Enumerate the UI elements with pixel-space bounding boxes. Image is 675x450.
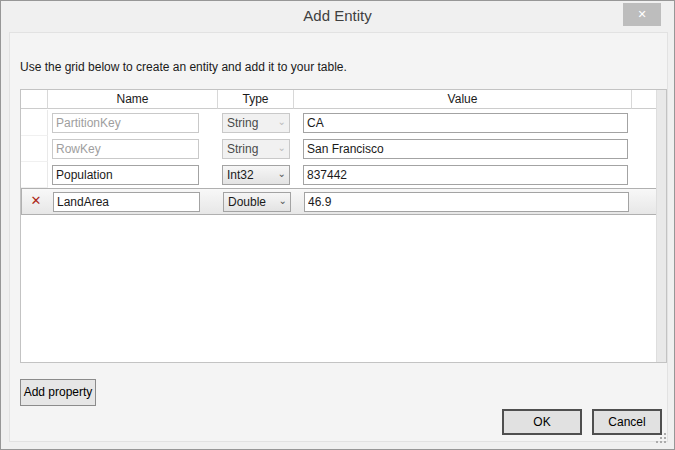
property-type-dropdown[interactable]: Double ⌄ [223, 192, 291, 212]
row-selector-cell[interactable] [21, 162, 48, 188]
property-name-input[interactable] [53, 192, 200, 212]
property-value-input[interactable] [303, 139, 628, 159]
property-type-label: String [227, 142, 258, 156]
row-selector-cell[interactable] [21, 136, 48, 162]
column-header-spacer [632, 90, 657, 109]
property-name-input[interactable] [52, 165, 199, 185]
chevron-down-icon: ⌄ [278, 113, 286, 131]
entity-row-rowkey: String ⌄ [21, 136, 657, 162]
column-header-rowselector [21, 90, 48, 109]
property-value-input[interactable] [303, 165, 628, 185]
instruction-text: Use the grid below to create an entity a… [20, 60, 347, 74]
title-bar: Add Entity ✕ [1, 1, 674, 32]
dialog-title: Add Entity [1, 1, 674, 31]
ok-button[interactable]: OK [502, 409, 582, 435]
grid-vertical-scrollbar[interactable] [656, 90, 666, 362]
column-header-type: Type [218, 90, 294, 109]
column-header-value: Value [294, 90, 632, 109]
property-value-input[interactable] [303, 113, 628, 133]
property-type-dropdown: String ⌄ [222, 113, 290, 133]
property-type-label: String [227, 116, 258, 130]
entity-row-partitionkey: String ⌄ [21, 110, 657, 136]
property-name-input [52, 113, 199, 133]
column-header-name: Name [48, 90, 218, 109]
property-type-dropdown[interactable]: Int32 ⌄ [222, 165, 290, 185]
chevron-down-icon: ⌄ [278, 165, 286, 183]
add-property-button[interactable]: Add property [20, 379, 96, 406]
chevron-down-icon: ⌄ [279, 192, 287, 210]
entity-row-population: Int32 ⌄ [21, 162, 657, 188]
add-entity-dialog: Add Entity ✕ Use the grid below to creat… [0, 0, 675, 450]
chevron-down-icon: ⌄ [278, 139, 286, 157]
cancel-button[interactable]: Cancel [592, 409, 662, 435]
property-type-label: Int32 [227, 168, 254, 182]
property-name-input [52, 139, 199, 159]
property-value-input[interactable] [304, 192, 629, 212]
property-type-label: Double [228, 195, 266, 209]
content-panel: Use the grid below to create an entity a… [9, 32, 668, 442]
delete-property-icon[interactable]: ✕ [28, 193, 44, 209]
row-selector-cell[interactable] [21, 110, 48, 136]
resize-grip[interactable] [655, 432, 657, 434]
entity-row-landarea: ✕ Double ⌄ [21, 188, 657, 215]
entity-grid: Name Type Value String ⌄ String [20, 89, 667, 363]
close-button[interactable]: ✕ [623, 3, 661, 26]
close-icon: ✕ [637, 8, 646, 20]
property-type-dropdown: String ⌄ [222, 139, 290, 159]
row-selector-cell[interactable]: ✕ [22, 189, 49, 214]
